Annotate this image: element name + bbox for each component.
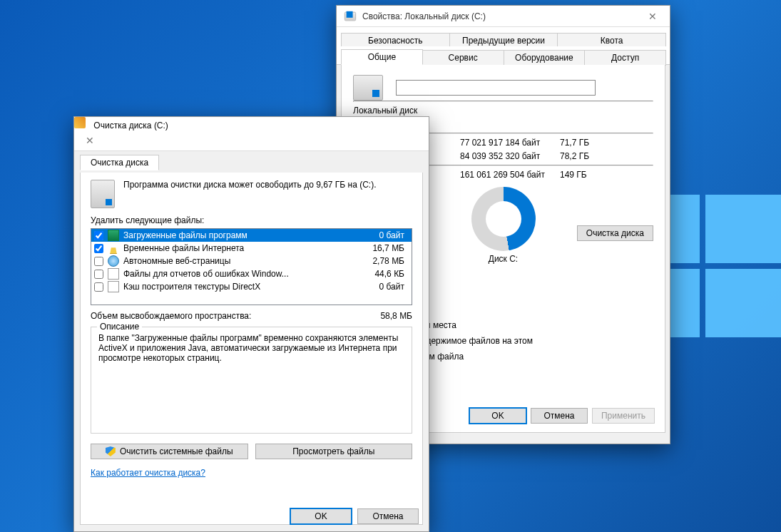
shield-icon	[106, 446, 116, 456]
item-size: 0 байт	[359, 282, 409, 292]
list-item[interactable]: Загруженные файлы программ0 байт	[91, 229, 412, 242]
cancel-button[interactable]: Отмена	[531, 408, 588, 424]
apply-button: Применить	[592, 408, 655, 424]
list-label: Удалить следующие файлы:	[91, 215, 412, 225]
tab-service[interactable]: Сервис	[422, 50, 504, 66]
cleanup-title: Очистка диска (C:)	[88, 121, 168, 131]
item-checkbox[interactable]	[94, 244, 103, 253]
list-item[interactable]: Автономные веб-страницы2,78 МБ	[91, 255, 412, 267]
used-gb: 71,7 ГБ	[560, 138, 617, 148]
tab-quota[interactable]: Квота	[557, 33, 666, 48]
cleanup-titlebar[interactable]: Очистка диска (C:) ✕	[74, 117, 429, 151]
description-text: В папке "Загруженные файлы программ" вре…	[98, 333, 404, 363]
usage-pie-chart	[471, 187, 536, 251]
item-checkbox[interactable]	[94, 231, 103, 240]
item-name: Кэш построителя текстуры DirectX	[123, 282, 354, 292]
list-item[interactable]: Временные файлы Интернета16,7 МБ	[91, 242, 412, 255]
item-checkbox[interactable]	[94, 282, 103, 292]
clean-system-files-label: Очистить системные файлы	[120, 446, 233, 456]
clean-system-files-button[interactable]: Очистить системные файлы	[91, 444, 248, 459]
drive-label-input[interactable]	[396, 80, 596, 96]
item-name: Временные файлы Интернета	[123, 243, 354, 253]
item-name: Файлы для отчетов об ошибках Window...	[123, 269, 354, 279]
file-type-icon	[108, 230, 119, 241]
how-it-works-link[interactable]: Как работает очистка диска?	[91, 468, 205, 478]
view-files-button[interactable]: Просмотреть файлы	[255, 444, 413, 459]
file-list[interactable]: Загруженные файлы программ0 байтВременны…	[91, 228, 412, 305]
file-type-icon	[108, 281, 119, 292]
close-icon[interactable]: ✕	[637, 6, 668, 26]
free-space-value: 58,8 МБ	[380, 311, 412, 321]
intro-text: Программа очистки диска может освободить…	[123, 180, 377, 190]
item-size: 2,78 МБ	[359, 256, 409, 266]
item-name: Автономные веб-страницы	[123, 256, 354, 266]
broom-icon	[74, 117, 86, 128]
item-size: 44,6 КБ	[359, 269, 409, 279]
list-item[interactable]: Файлы для отчетов об ошибках Window...44…	[91, 267, 412, 280]
cancel-button[interactable]: Отмена	[357, 508, 419, 524]
tab-cleanup[interactable]: Очистка диска	[80, 155, 159, 170]
item-size: 16,7 МБ	[359, 243, 409, 253]
cleanup-body: Программа очистки диска может освободить…	[80, 173, 423, 525]
drive-type-label: Локальный диск	[353, 106, 460, 116]
file-type-icon	[108, 242, 119, 254]
tabs-row-top: Безопасность Предыдущие версии Квота	[337, 27, 670, 46]
properties-title: Свойства: Локальный диск (C:)	[357, 11, 637, 21]
tab-security[interactable]: Безопасность	[341, 33, 450, 48]
drive-icon	[344, 11, 356, 21]
ok-button[interactable]: OK	[469, 408, 526, 424]
tab-previous-versions[interactable]: Предыдущие версии	[449, 33, 558, 48]
disk-cleanup-button[interactable]: Очистка диска	[577, 225, 653, 241]
list-item[interactable]: Кэш построителя текстуры DirectX0 байт	[91, 280, 412, 293]
drive-icon	[353, 75, 383, 101]
ok-button[interactable]: OK	[290, 508, 352, 524]
free-bytes: 84 039 352 320 байт	[460, 151, 560, 161]
total-bytes: 161 061 269 504 байт	[460, 170, 560, 180]
file-type-icon	[108, 268, 119, 280]
drive-icon	[91, 180, 115, 208]
properties-titlebar[interactable]: Свойства: Локальный диск (C:) ✕	[337, 6, 670, 27]
item-name: Загруженные файлы программ	[123, 230, 354, 240]
free-gb: 78,2 ГБ	[560, 151, 617, 161]
tab-general[interactable]: Общие	[341, 49, 423, 65]
item-size: 0 байт	[359, 230, 409, 240]
item-checkbox[interactable]	[94, 270, 103, 279]
tab-hardware[interactable]: Оборудование	[504, 50, 586, 66]
close-icon[interactable]: ✕	[74, 131, 106, 150]
total-gb: 149 ГБ	[560, 170, 617, 180]
description-heading: Описание	[97, 322, 142, 332]
tabs-row-bottom: Общие Сервис Оборудование Доступ	[337, 46, 670, 65]
item-checkbox[interactable]	[94, 257, 103, 266]
file-type-icon	[108, 255, 119, 267]
used-bytes: 77 021 917 184 байт	[460, 138, 560, 148]
cleanup-window: Очистка диска (C:) ✕ Очистка диска Прогр…	[73, 116, 429, 532]
description-group: Описание В папке "Загруженные файлы прог…	[91, 327, 412, 434]
free-space-label: Объем высвобождаемого пространства:	[91, 311, 251, 321]
tab-sharing[interactable]: Доступ	[584, 50, 666, 66]
